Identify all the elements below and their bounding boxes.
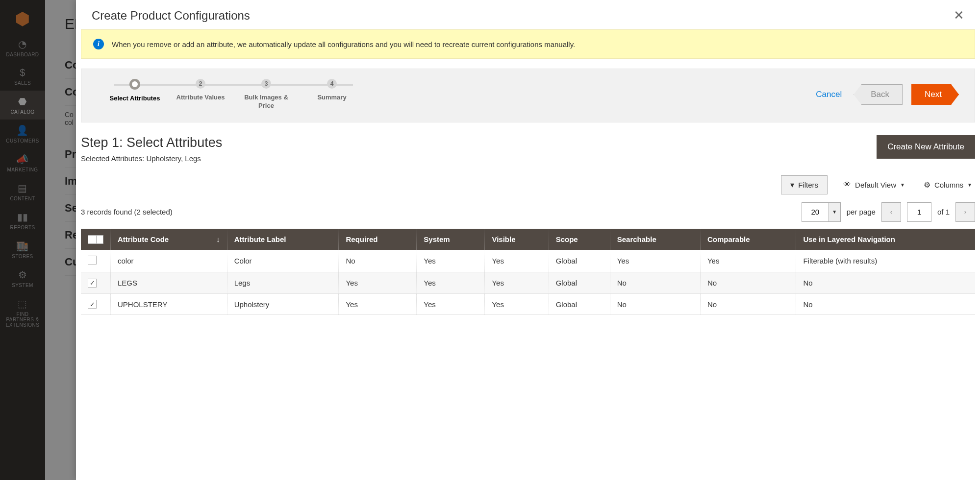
- close-icon[interactable]: ✕: [954, 9, 964, 22]
- step-bubble: 4: [327, 79, 337, 89]
- per-page-label: per page: [847, 208, 876, 216]
- default-view-button[interactable]: 👁 Default View ▼: [840, 180, 908, 190]
- filters-button[interactable]: ▾ Filters: [781, 175, 828, 194]
- cell-scope: Global: [549, 250, 610, 272]
- columns-label: Columns: [934, 181, 963, 189]
- chevron-down-icon: ▼: [832, 209, 837, 215]
- page-number-input[interactable]: [907, 202, 931, 222]
- funnel-icon: ▾: [790, 180, 794, 190]
- wizard-bar: 1Select Attributes2Attribute Values3Bulk…: [81, 69, 975, 122]
- next-button[interactable]: Next: [911, 84, 959, 105]
- cell-label: Upholstery: [227, 293, 339, 315]
- chevron-down-icon: ▼: [967, 182, 972, 188]
- page-size-select[interactable]: ▼: [802, 202, 841, 222]
- next-page-button[interactable]: ›: [955, 202, 975, 222]
- info-notice: i When you remove or add an attribute, w…: [81, 29, 975, 59]
- grid-toolbar: ▾ Filters 👁 Default View ▼ ⚙ Columns ▼: [76, 167, 980, 198]
- prev-page-button[interactable]: ‹: [881, 202, 901, 222]
- cell-label: Legs: [227, 272, 339, 294]
- cell-system: Yes: [417, 272, 485, 294]
- gear-icon: ⚙: [924, 180, 930, 190]
- pager: ▼ per page ‹ of 1 ›: [802, 202, 975, 222]
- filters-label: Filters: [798, 181, 818, 189]
- col-attribute-label[interactable]: Attribute Label: [227, 229, 339, 250]
- step-title: Step 1: Select Attributes: [81, 135, 222, 150]
- wizard-step-4[interactable]: 4Summary: [305, 79, 359, 102]
- cell-label: Color: [227, 250, 339, 272]
- cell-comparable: No: [700, 293, 796, 315]
- selected-attributes: Selected Attributes: Upholstery, Legs: [81, 154, 222, 163]
- cell-comparable: No: [700, 272, 796, 294]
- step-label: Bulk Images & Price: [239, 94, 293, 110]
- cell-searchable: Yes: [610, 250, 700, 272]
- col-label: Attribute Code: [118, 235, 169, 243]
- cell-scope: Global: [549, 272, 610, 294]
- step-label: Select Attributes: [110, 95, 160, 103]
- col-searchable[interactable]: Searchable: [610, 229, 700, 250]
- wizard-steps: 1Select Attributes2Attribute Values3Bulk…: [108, 79, 359, 110]
- modal-header: Create Product Configurations ✕: [76, 0, 980, 29]
- create-configurations-modal: Create Product Configurations ✕ i When y…: [76, 0, 980, 480]
- col-attribute-code[interactable]: Attribute Code↓: [111, 229, 227, 250]
- records-found: 3 records found (2 selected): [81, 208, 173, 216]
- select-all-checkbox[interactable]: ▾: [88, 235, 97, 244]
- cell-system: Yes: [417, 250, 485, 272]
- cell-required: Yes: [339, 272, 417, 294]
- cell-layered: Filterable (with results): [796, 250, 975, 272]
- step-label: Attribute Values: [176, 94, 225, 102]
- wizard-step-1[interactable]: 1Select Attributes: [108, 79, 162, 103]
- col-required[interactable]: Required: [339, 229, 417, 250]
- select-all-header[interactable]: ▾▼: [81, 229, 111, 250]
- select-all-dropdown[interactable]: ▼: [97, 235, 103, 244]
- back-button[interactable]: Back: [854, 84, 903, 105]
- table-row[interactable]: colorColorNoYesYesGlobalYesYesFilterable…: [81, 250, 975, 272]
- selected-attrs-label: Selected Attributes:: [81, 154, 146, 163]
- col-layered-nav[interactable]: Use in Layered Navigation: [796, 229, 975, 250]
- attributes-grid: ▾▼ Attribute Code↓ Attribute Label Requi…: [81, 229, 975, 315]
- selected-attrs-value: Upholstery, Legs: [146, 154, 201, 163]
- cell-comparable: Yes: [700, 250, 796, 272]
- table-row[interactable]: ✓UPHOLSTERYUpholsteryYesYesYesGlobalNoNo…: [81, 293, 975, 315]
- row-checkbox[interactable]: ✓: [88, 279, 97, 288]
- wizard-actions: Cancel Back Next: [813, 84, 959, 105]
- step-bubble: 3: [261, 79, 271, 89]
- cell-code: LEGS: [111, 272, 227, 294]
- col-system[interactable]: System: [417, 229, 485, 250]
- cell-visible: Yes: [485, 250, 549, 272]
- row-checkbox[interactable]: ✓: [88, 300, 97, 309]
- info-text: When you remove or add an attribute, we …: [112, 40, 575, 48]
- eye-icon: 👁: [843, 180, 851, 189]
- cell-visible: Yes: [485, 272, 549, 294]
- step-bubble: 2: [196, 79, 205, 89]
- step-label: Summary: [317, 94, 346, 102]
- cell-searchable: No: [610, 272, 700, 294]
- of-pages: of 1: [937, 208, 950, 216]
- default-view-label: Default View: [855, 181, 896, 189]
- cell-code: color: [111, 250, 227, 272]
- col-scope[interactable]: Scope: [549, 229, 610, 250]
- create-new-attribute-button[interactable]: Create New Attribute: [877, 135, 975, 159]
- grid-meta: 3 records found (2 selected) ▼ per page …: [76, 198, 980, 229]
- cell-searchable: No: [610, 293, 700, 315]
- cell-required: Yes: [339, 293, 417, 315]
- cell-layered: No: [796, 272, 975, 294]
- page-size-input[interactable]: [802, 202, 829, 222]
- col-visible[interactable]: Visible: [485, 229, 549, 250]
- modal-body: i When you remove or add an attribute, w…: [76, 29, 980, 480]
- columns-button[interactable]: ⚙ Columns ▼: [921, 180, 975, 190]
- table-row[interactable]: ✓LEGSLegsYesYesYesGlobalNoNoNo: [81, 272, 975, 294]
- step-bubble: 1: [129, 79, 140, 90]
- modal-title: Create Product Configurations: [92, 9, 250, 23]
- cell-required: No: [339, 250, 417, 272]
- cancel-button[interactable]: Cancel: [813, 89, 845, 100]
- grid-header-row: ▾▼ Attribute Code↓ Attribute Label Requi…: [81, 229, 975, 250]
- wizard-step-3[interactable]: 3Bulk Images & Price: [239, 79, 293, 110]
- wizard-step-2[interactable]: 2Attribute Values: [174, 79, 227, 102]
- cell-scope: Global: [549, 293, 610, 315]
- page-size-dropdown[interactable]: ▼: [829, 202, 841, 222]
- col-comparable[interactable]: Comparable: [700, 229, 796, 250]
- row-checkbox[interactable]: [88, 256, 97, 264]
- cell-layered: No: [796, 293, 975, 315]
- sort-down-icon: ↓: [216, 235, 220, 243]
- step-header: Step 1: Select Attributes Selected Attri…: [76, 124, 980, 167]
